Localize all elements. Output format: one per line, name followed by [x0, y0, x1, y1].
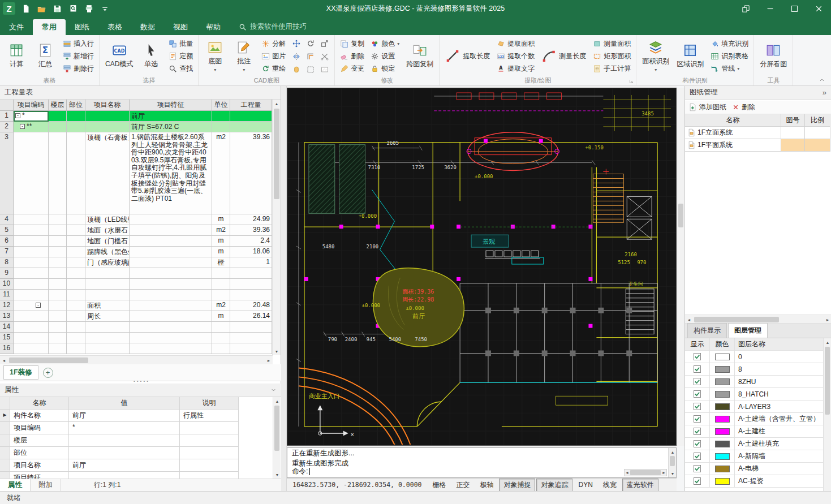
row-number[interactable]: 3: [0, 132, 14, 214]
layer-color-swatch[interactable]: [715, 428, 730, 435]
properties-cell[interactable]: 楼层: [10, 434, 69, 447]
cell[interactable]: [14, 236, 49, 247]
layer-color-swatch[interactable]: [715, 466, 730, 472]
cell[interactable]: 地面（门槛石）: [85, 236, 130, 247]
annotate-button[interactable]: 批注▾: [230, 36, 257, 76]
measure-area-button[interactable]: 测量面积: [591, 38, 633, 50]
close-button[interactable]: [807, 0, 831, 17]
drawing-list-hscrollbar[interactable]: ◄ ►: [685, 315, 831, 324]
row-number[interactable]: 10: [0, 279, 14, 290]
column-header-5[interactable]: 单位: [212, 100, 230, 111]
layer-checkbox[interactable]: [694, 477, 701, 485]
properties-cell[interactable]: 部位: [10, 447, 69, 459]
ortho-toggle[interactable]: 正交: [451, 479, 474, 492]
cell[interactable]: [130, 268, 212, 279]
drawing-name-cell[interactable]: 1F立面系统: [685, 127, 781, 139]
layer-checkbox[interactable]: [694, 390, 701, 398]
insert-row-button[interactable]: 插入行: [61, 38, 96, 50]
panel-splitter-handle[interactable]: •••••: [134, 378, 150, 384]
menu-tab-5[interactable]: 视图: [164, 19, 197, 35]
grid-toggle[interactable]: 栅格: [428, 479, 450, 492]
extract-text-button[interactable]: A提取文字: [494, 63, 537, 75]
layer-name-cell[interactable]: 8: [735, 363, 824, 376]
add-sheet-button[interactable]: +: [43, 368, 53, 378]
layer-checkbox[interactable]: [694, 428, 701, 435]
cell[interactable]: [49, 279, 67, 290]
layer-name-cell[interactable]: A-新隔墙: [735, 450, 824, 463]
cell[interactable]: [49, 300, 67, 311]
cell[interactable]: [67, 111, 85, 122]
dialog-launcher-icon[interactable]: [628, 79, 634, 84]
cell[interactable]: [130, 257, 212, 268]
cad-canvas[interactable]: 2605731017253620548021007902400945540074…: [287, 88, 676, 445]
cell[interactable]: [14, 214, 49, 225]
cell[interactable]: [14, 290, 49, 300]
properties-cell[interactable]: 构件名称: [10, 410, 69, 422]
layer-name-cell[interactable]: A-土建柱: [735, 425, 824, 438]
scale-button[interactable]: [318, 37, 331, 50]
row-number[interactable]: 4: [0, 214, 14, 225]
row-number[interactable]: 8: [0, 257, 14, 268]
menu-tab-4[interactable]: 数据: [131, 19, 164, 35]
cell[interactable]: [67, 122, 85, 132]
properties-vscrollbar[interactable]: ▲ ▼: [273, 397, 281, 479]
properties-cell[interactable]: 项目名称: [10, 459, 69, 472]
layer-color-swatch[interactable]: [715, 416, 730, 423]
cell[interactable]: [14, 311, 49, 322]
layer-color-swatch[interactable]: [715, 391, 730, 398]
row-number[interactable]: 15: [0, 333, 14, 343]
column-header-1[interactable]: 楼层: [49, 100, 67, 111]
cell[interactable]: 18.06: [230, 247, 272, 257]
cell[interactable]: [230, 268, 272, 279]
cell[interactable]: 1.钢筋混凝土楼板2.60系列上人轻钢龙骨骨架,主龙骨中距900,次龙骨中距40…: [130, 132, 212, 214]
layer-checkbox[interactable]: [694, 378, 701, 385]
dyn-toggle[interactable]: DYN: [574, 479, 597, 490]
rotate-button[interactable]: [304, 37, 317, 50]
properties-cell[interactable]: 行属性: [180, 410, 239, 422]
cell[interactable]: m2: [212, 225, 230, 236]
trim-button[interactable]: [318, 50, 331, 63]
cell[interactable]: [130, 247, 212, 257]
layer-name-cell[interactable]: 8ZHU: [735, 376, 824, 388]
cell[interactable]: [85, 290, 130, 300]
layer-color-swatch[interactable]: [715, 478, 730, 485]
cell[interactable]: [85, 322, 130, 333]
cell[interactable]: m: [212, 214, 230, 225]
extract-length-button[interactable]: 提取长度: [442, 36, 493, 76]
cell[interactable]: 39.36: [230, 225, 272, 236]
cell[interactable]: [49, 322, 67, 333]
layer-name-cell[interactable]: 8_HATCH: [735, 388, 824, 400]
cell[interactable]: [67, 343, 85, 354]
cell[interactable]: [85, 268, 130, 279]
properties-cell[interactable]: *: [69, 422, 180, 434]
layer-name-cell[interactable]: 0: [735, 351, 824, 363]
frame-button[interactable]: [304, 63, 317, 76]
cell[interactable]: [14, 225, 49, 236]
cell[interactable]: [212, 111, 230, 122]
otrack-toggle[interactable]: 对象追踪: [536, 479, 572, 492]
switch-window-button[interactable]: [734, 0, 758, 17]
mirror-button[interactable]: [290, 50, 303, 63]
cell[interactable]: m: [212, 247, 230, 257]
cell[interactable]: 顶棚（LED线型: [85, 214, 130, 225]
row-number[interactable]: 1: [0, 111, 14, 122]
move-button[interactable]: [290, 37, 303, 50]
cell[interactable]: [67, 132, 85, 214]
cell[interactable]: [212, 122, 230, 132]
print-button[interactable]: [81, 2, 97, 15]
cell[interactable]: [67, 214, 85, 225]
cell[interactable]: m: [212, 311, 230, 322]
cell[interactable]: [67, 311, 85, 322]
layer-color-swatch[interactable]: [715, 378, 730, 385]
column-header-4[interactable]: 项目特征: [130, 100, 212, 111]
cell[interactable]: [85, 333, 130, 343]
drawing-number-cell[interactable]: [781, 127, 805, 139]
cell[interactable]: [130, 236, 212, 247]
layer-checkbox[interactable]: [694, 403, 701, 410]
layer-color-swatch[interactable]: [715, 354, 730, 360]
double-chevron-right-icon[interactable]: »: [823, 88, 826, 97]
cell[interactable]: [14, 132, 49, 214]
cell[interactable]: m2: [212, 300, 230, 311]
cell[interactable]: [49, 132, 67, 214]
chevron-down-icon[interactable]: [270, 387, 277, 393]
